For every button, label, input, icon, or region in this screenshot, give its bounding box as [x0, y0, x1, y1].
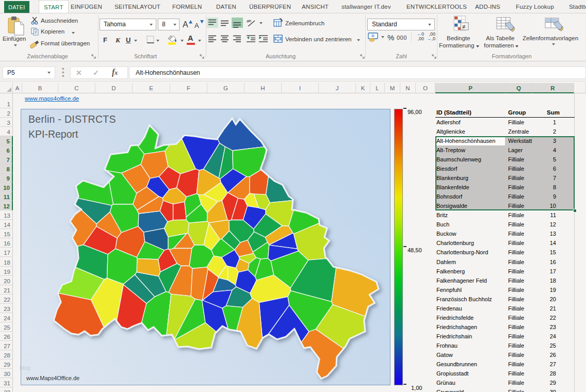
svg-text:≠: ≠ — [462, 23, 466, 30]
svg-text:ab: ab — [247, 19, 251, 23]
